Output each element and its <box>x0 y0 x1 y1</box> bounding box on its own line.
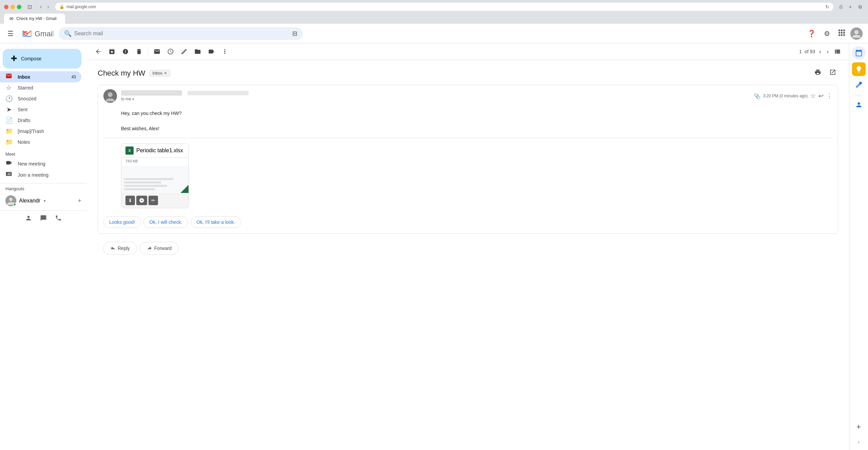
email-subject-row: Check my HW Inbox ✕ <box>98 67 838 79</box>
search-input[interactable] <box>74 31 290 37</box>
sidebar-item-inbox[interactable]: Inbox 43 <box>0 71 81 82</box>
hangouts-chat-btn[interactable] <box>39 213 48 224</box>
compose-button[interactable]: ✚ Compose <box>3 49 81 69</box>
right-panel-scroll[interactable]: › <box>855 438 863 446</box>
sent-icon: ➤ <box>5 106 12 113</box>
open-in-new-btn[interactable] <box>827 67 838 79</box>
star-email-btn[interactable]: ☆ <box>810 92 816 100</box>
active-tab[interactable]: ✉ Check my HW - Gmail <box>4 14 65 24</box>
calendar-panel-btn[interactable] <box>852 46 866 60</box>
tab-title: Check my HW - Gmail <box>16 16 57 21</box>
search-bar[interactable]: 🔍 ⊟ <box>59 27 303 40</box>
sidebar-item-imap-trash[interactable]: 📁 [Imap]/Trash <box>0 126 81 137</box>
forward-button[interactable]: Forward <box>140 242 179 255</box>
tasks-panel-btn[interactable] <box>852 79 866 92</box>
sidebar-item-notes[interactable]: 📁 Notes <box>0 137 81 148</box>
reply-icon-btn[interactable]: ↩ <box>818 92 824 100</box>
print-email-btn[interactable] <box>812 67 823 79</box>
body-line-3: Best wishes, Alex! <box>121 125 832 132</box>
share-btn[interactable]: ⎙ <box>837 3 844 11</box>
smart-reply-3[interactable]: Ok, I'll take a look. <box>191 216 241 228</box>
email-subject-text: Check my HW <box>98 69 145 78</box>
contacts-panel-btn[interactable] <box>852 98 866 112</box>
mark-as-read-btn[interactable] <box>151 46 163 57</box>
add-task-btn[interactable] <box>178 46 190 57</box>
open-with-btn[interactable] <box>136 196 147 205</box>
badge-close-btn[interactable]: ✕ <box>164 71 167 76</box>
hangouts-username: Alexandr <box>19 198 40 204</box>
menu-button[interactable]: ☰ <box>5 27 16 40</box>
attachment-preview-lines <box>121 175 189 193</box>
security-icon: 🔒 <box>59 4 64 9</box>
gmail-header: ☰ G Gmail 🔍 ⊟ <box>0 24 868 43</box>
to-me-label[interactable]: to me ▾ <box>121 97 134 101</box>
snooze-btn[interactable] <box>164 46 177 57</box>
hangouts-person-btn[interactable] <box>24 213 33 224</box>
reply-button[interactable]: Reply <box>103 242 137 255</box>
forward-label: Forward <box>154 246 172 251</box>
next-email-btn[interactable]: › <box>825 47 830 57</box>
reply-label: Reply <box>118 246 130 251</box>
sidebar-item-new-meeting[interactable]: New meeting <box>0 158 81 169</box>
tasks-badge <box>859 82 862 84</box>
svg-rect-8 <box>843 32 845 34</box>
header-actions: ❓ ⚙ <box>805 26 863 40</box>
snoozed-icon: 🕐 <box>5 95 12 102</box>
gmail-logo[interactable]: G Gmail <box>21 27 53 40</box>
new-tab-btn[interactable]: + <box>847 3 854 11</box>
hangouts-user-item[interactable]: Alexandr ▾ + <box>5 194 81 208</box>
close-window-btn[interactable] <box>4 5 8 9</box>
sidebar-item-join-meeting[interactable]: Join a meeting <box>0 169 81 180</box>
user-avatar[interactable] <box>850 27 863 40</box>
sender-info: to me ▾ <box>121 90 750 102</box>
sidebar-item-drafts[interactable]: 📄 Drafts <box>0 115 81 126</box>
message-more-btn[interactable]: ⋮ <box>826 92 832 100</box>
email-toolbar: 1 of 93 ‹ › <box>87 43 849 60</box>
smart-reply-1[interactable]: Looks good! <box>103 216 141 228</box>
move-to-btn[interactable] <box>192 46 204 57</box>
more-options-btn[interactable] <box>219 46 231 57</box>
maximize-window-btn[interactable] <box>17 5 21 9</box>
smart-reply-2[interactable]: Ok, I will check. <box>143 216 188 228</box>
search-icon: 🔍 <box>64 30 72 37</box>
preview-line-1 <box>124 178 174 180</box>
edit-attachment-btn[interactable]: ✏ <box>149 196 158 205</box>
minimize-window-btn[interactable] <box>11 5 15 9</box>
hangouts-phone-btn[interactable] <box>54 213 63 224</box>
sidebar-item-snoozed[interactable]: 🕐 Snoozed <box>0 93 81 104</box>
svg-rect-10 <box>841 34 843 36</box>
sidebar-toggle-btn[interactable]: ⊡ <box>25 3 34 11</box>
view-options-btn[interactable] <box>831 46 844 57</box>
meet-section-label: Meet <box>0 148 87 158</box>
preview-line-2 <box>124 181 161 183</box>
browser-forward-btn[interactable]: › <box>45 3 51 11</box>
svg-point-17 <box>108 92 113 97</box>
apps-button[interactable] <box>835 26 848 40</box>
sender-avatar <box>103 89 117 103</box>
extensions-btn[interactable]: ⧉ <box>856 3 864 11</box>
back-to-inbox-btn[interactable] <box>92 46 104 57</box>
archive-btn[interactable] <box>106 46 118 57</box>
browser-back-btn[interactable]: ‹ <box>38 3 44 11</box>
notes-panel-btn[interactable] <box>852 62 866 76</box>
hangouts-add-btn[interactable]: + <box>78 197 81 204</box>
address-bar[interactable]: 🔒 mail.google.com ↻ <box>55 3 833 11</box>
attachment-name: Periodic table1.xlsx <box>136 148 183 154</box>
add-panel-btn[interactable]: + <box>852 420 866 434</box>
hangouts-section: Hangouts Alexandr ▾ + <box>0 183 87 210</box>
labels-btn[interactable] <box>205 46 217 57</box>
download-attachment-btn[interactable]: ⬇ <box>125 196 135 205</box>
attachment-card[interactable]: X Periodic table1.xlsx 743 KB <box>121 143 189 208</box>
sidebar-item-sent[interactable]: ➤ Sent <box>0 104 81 115</box>
prev-email-btn[interactable]: ‹ <box>818 47 823 57</box>
gmail-m-icon: G <box>21 27 33 40</box>
sidebar-item-starred[interactable]: ☆ Starred <box>0 82 81 93</box>
search-filter-btn[interactable]: ⊟ <box>292 30 297 37</box>
page-number: 1 <box>799 49 802 54</box>
help-button[interactable]: ❓ <box>805 27 818 40</box>
delete-btn[interactable] <box>133 46 145 57</box>
report-spam-btn[interactable] <box>119 46 132 57</box>
refresh-btn[interactable]: ↻ <box>825 4 829 9</box>
settings-button[interactable]: ⚙ <box>821 27 833 40</box>
sidebar-imap-trash-label: [Imap]/Trash <box>18 129 44 134</box>
